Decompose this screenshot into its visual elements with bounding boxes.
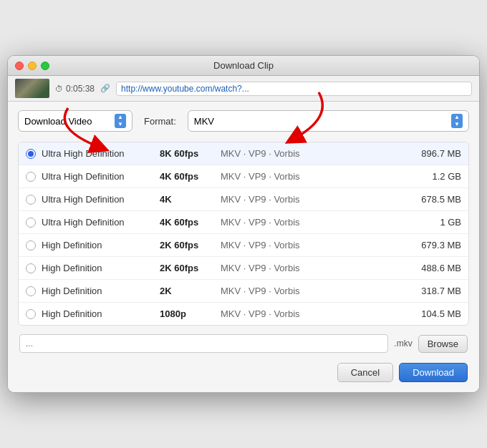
option-resolution: 4K 60fps xyxy=(160,217,221,228)
window-title: Download Clip xyxy=(213,60,274,71)
download-button[interactable]: Download xyxy=(399,363,468,382)
close-button[interactable] xyxy=(15,62,24,70)
titlebar: Download Clip xyxy=(8,56,479,76)
download-clip-window: Download Clip ⏱ 0:05:38 🔗 http://www.you… xyxy=(7,55,480,393)
browse-button[interactable]: Browse xyxy=(418,335,468,353)
options-list: Ultra High Definition8K 60fpsMKV · VP9 ·… xyxy=(18,142,469,326)
format-stepper-down[interactable]: ▼ xyxy=(451,121,463,128)
stepper-down[interactable]: ▼ xyxy=(115,121,126,128)
list-item[interactable]: High Definition2K 60fpsMKV · VP9 · Vorbi… xyxy=(19,234,468,257)
option-resolution: 4K 60fps xyxy=(160,171,221,182)
download-type-dropdown[interactable]: Download Video ▲ ▼ xyxy=(18,110,132,132)
arrow-container: Download Video ▲ ▼ Format: MKV ▲ ▼ xyxy=(18,110,469,132)
option-codec: MKV · VP9 · Vorbis xyxy=(221,171,404,182)
option-name: Ultra High Definition xyxy=(42,217,160,228)
option-size: 679.3 MB xyxy=(404,240,461,250)
option-resolution: 2K xyxy=(160,286,221,296)
option-codec: MKV · VP9 · Vorbis xyxy=(221,148,404,159)
radio-button[interactable] xyxy=(26,218,36,228)
radio-button[interactable] xyxy=(26,263,36,273)
radio-inner xyxy=(28,151,34,157)
format-label: Format: xyxy=(144,116,176,127)
format-stepper[interactable]: ▲ ▼ xyxy=(451,114,463,128)
radio-button[interactable] xyxy=(26,286,36,296)
list-item[interactable]: Ultra High Definition4K 60fpsMKV · VP9 ·… xyxy=(19,211,468,234)
option-codec: MKV · VP9 · Vorbis xyxy=(221,194,404,205)
option-size: 1 GB xyxy=(404,217,461,228)
radio-button[interactable] xyxy=(26,309,36,319)
lock-icon: 🔗 xyxy=(100,84,110,93)
option-name: High Definition xyxy=(42,308,160,319)
maximize-button[interactable] xyxy=(41,62,49,70)
option-resolution: 2K 60fps xyxy=(160,263,221,273)
toolbar-row: Download Video ▲ ▼ Format: MKV ▲ ▼ xyxy=(18,110,469,132)
radio-button[interactable] xyxy=(26,195,36,205)
format-stepper-up[interactable]: ▲ xyxy=(451,114,463,121)
url-bar[interactable]: http://www.youtube.com/watch?... xyxy=(116,82,472,96)
download-type-label: Download Video xyxy=(24,116,92,127)
traffic-lights xyxy=(15,62,49,70)
radio-button[interactable] xyxy=(26,149,36,159)
clock-icon: ⏱ xyxy=(55,84,63,93)
option-resolution: 2K 60fps xyxy=(160,240,221,250)
filepath-row: .mkv Browse xyxy=(18,334,469,353)
option-size: 1.2 GB xyxy=(404,171,461,182)
option-name: Ultra High Definition xyxy=(42,148,160,159)
list-item[interactable]: High Definition2K 60fpsMKV · VP9 · Vorbi… xyxy=(19,257,468,280)
option-name: Ultra High Definition xyxy=(42,194,160,205)
option-resolution: 1080p xyxy=(160,308,221,319)
radio-button[interactable] xyxy=(26,172,36,182)
option-size: 488.6 MB xyxy=(404,263,461,273)
option-name: High Definition xyxy=(42,263,160,273)
download-type-stepper[interactable]: ▲ ▼ xyxy=(115,114,126,128)
stepper-up[interactable]: ▲ xyxy=(115,114,126,121)
option-name: High Definition xyxy=(42,240,160,250)
list-item[interactable]: High Definition2KMKV · VP9 · Vorbis318.7… xyxy=(19,280,468,303)
action-row: Cancel Download xyxy=(18,360,469,384)
option-codec: MKV · VP9 · Vorbis xyxy=(221,286,404,296)
option-size: 318.7 MB xyxy=(404,286,461,296)
option-codec: MKV · VP9 · Vorbis xyxy=(221,263,404,273)
format-dropdown[interactable]: MKV ▲ ▼ xyxy=(188,110,469,132)
option-size: 104.5 MB xyxy=(404,308,461,319)
browser-bar: ⏱ 0:05:38 🔗 http://www.youtube.com/watch… xyxy=(8,76,479,102)
minimize-button[interactable] xyxy=(28,62,37,70)
option-resolution: 4K xyxy=(160,194,221,205)
filepath-extension: .mkv xyxy=(394,339,412,349)
video-thumbnail xyxy=(15,79,49,98)
radio-button[interactable] xyxy=(26,240,36,250)
video-duration: 0:05:38 xyxy=(66,84,95,94)
option-name: Ultra High Definition xyxy=(42,171,160,182)
list-item[interactable]: High Definition1080pMKV · VP9 · Vorbis10… xyxy=(19,303,468,325)
content-area: Download Video ▲ ▼ Format: MKV ▲ ▼ Ultra xyxy=(8,102,479,392)
option-codec: MKV · VP9 · Vorbis xyxy=(221,308,404,319)
option-codec: MKV · VP9 · Vorbis xyxy=(221,240,404,250)
time-display: ⏱ 0:05:38 xyxy=(55,84,95,94)
option-name: High Definition xyxy=(42,286,160,296)
option-size: 896.7 MB xyxy=(404,148,461,159)
filepath-input[interactable] xyxy=(19,334,388,353)
format-value: MKV xyxy=(194,116,214,127)
list-item[interactable]: Ultra High Definition4K 60fpsMKV · VP9 ·… xyxy=(19,165,468,188)
option-codec: MKV · VP9 · Vorbis xyxy=(221,217,404,228)
list-item[interactable]: Ultra High Definition4KMKV · VP9 · Vorbi… xyxy=(19,188,468,211)
option-resolution: 8K 60fps xyxy=(160,148,221,159)
option-size: 678.5 MB xyxy=(404,194,461,205)
list-item[interactable]: Ultra High Definition8K 60fpsMKV · VP9 ·… xyxy=(19,142,468,165)
cancel-button[interactable]: Cancel xyxy=(337,363,393,382)
